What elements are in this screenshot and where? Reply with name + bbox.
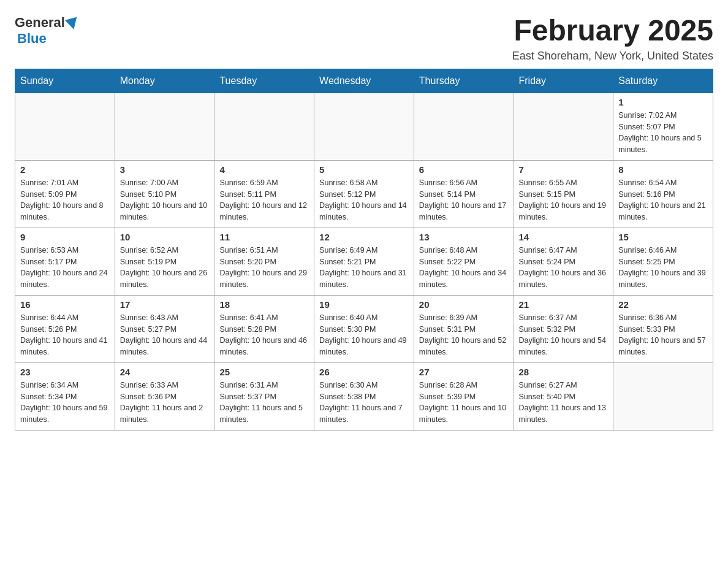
calendar-cell <box>314 93 414 160</box>
day-number: 27 <box>419 367 509 377</box>
calendar-cell: 12Sunrise: 6:49 AMSunset: 5:21 PMDayligh… <box>314 228 414 295</box>
day-number: 20 <box>419 299 509 310</box>
calendar-cell: 27Sunrise: 6:28 AMSunset: 5:39 PMDayligh… <box>414 362 514 430</box>
day-info: Sunrise: 6:37 AMSunset: 5:32 PMDaylight:… <box>519 312 609 358</box>
calendar-cell: 9Sunrise: 6:53 AMSunset: 5:17 PMDaylight… <box>15 228 115 295</box>
day-info: Sunrise: 6:55 AMSunset: 5:15 PMDaylight:… <box>519 177 609 223</box>
calendar-cell <box>15 93 115 160</box>
calendar-cell: 8Sunrise: 6:54 AMSunset: 5:16 PMDaylight… <box>613 160 713 228</box>
logo: General Blue <box>15 15 78 47</box>
calendar-cell: 19Sunrise: 6:40 AMSunset: 5:30 PMDayligh… <box>314 295 414 362</box>
calendar-cell <box>115 93 214 160</box>
day-info: Sunrise: 6:48 AMSunset: 5:22 PMDaylight:… <box>419 245 509 291</box>
calendar-cell: 22Sunrise: 6:36 AMSunset: 5:33 PMDayligh… <box>613 295 713 362</box>
calendar-cell: 5Sunrise: 6:58 AMSunset: 5:12 PMDaylight… <box>314 160 414 228</box>
calendar-cell: 26Sunrise: 6:30 AMSunset: 5:38 PMDayligh… <box>314 362 414 430</box>
calendar-cell: 16Sunrise: 6:44 AMSunset: 5:26 PMDayligh… <box>15 295 115 362</box>
logo-triangle-icon <box>65 17 80 31</box>
day-number: 1 <box>618 97 708 107</box>
day-number: 10 <box>120 232 210 242</box>
calendar-cell: 13Sunrise: 6:48 AMSunset: 5:22 PMDayligh… <box>414 228 514 295</box>
day-number: 21 <box>519 299 609 310</box>
calendar-cell: 1Sunrise: 7:02 AMSunset: 5:07 PMDaylight… <box>613 93 713 160</box>
day-of-week-header: Tuesday <box>214 69 314 93</box>
calendar-table: SundayMondayTuesdayWednesdayThursdayFrid… <box>15 69 713 431</box>
calendar-cell: 3Sunrise: 7:00 AMSunset: 5:10 PMDaylight… <box>115 160 214 228</box>
logo-blue-text: Blue <box>17 31 47 47</box>
day-info: Sunrise: 6:40 AMSunset: 5:30 PMDaylight:… <box>319 312 409 358</box>
day-info: Sunrise: 7:01 AMSunset: 5:09 PMDaylight:… <box>20 177 110 223</box>
day-number: 7 <box>519 164 609 175</box>
day-number: 19 <box>319 299 409 310</box>
calendar-cell: 23Sunrise: 6:34 AMSunset: 5:34 PMDayligh… <box>15 362 115 430</box>
calendar-cell: 21Sunrise: 6:37 AMSunset: 5:32 PMDayligh… <box>514 295 613 362</box>
calendar-week-row: 2Sunrise: 7:01 AMSunset: 5:09 PMDaylight… <box>15 160 713 228</box>
calendar-cell: 18Sunrise: 6:41 AMSunset: 5:28 PMDayligh… <box>214 295 314 362</box>
page-header: General Blue February 2025 East Shoreham… <box>15 15 713 63</box>
day-number: 8 <box>618 164 708 175</box>
calendar-cell: 4Sunrise: 6:59 AMSunset: 5:11 PMDaylight… <box>214 160 314 228</box>
logo-general-text: General <box>15 15 65 31</box>
day-info: Sunrise: 6:47 AMSunset: 5:24 PMDaylight:… <box>519 245 609 291</box>
day-info: Sunrise: 7:00 AMSunset: 5:10 PMDaylight:… <box>120 177 210 223</box>
calendar-cell: 6Sunrise: 6:56 AMSunset: 5:14 PMDaylight… <box>414 160 514 228</box>
day-number: 16 <box>20 299 110 310</box>
day-info: Sunrise: 6:43 AMSunset: 5:27 PMDaylight:… <box>120 312 210 358</box>
day-info: Sunrise: 6:44 AMSunset: 5:26 PMDaylight:… <box>20 312 110 358</box>
calendar-cell: 17Sunrise: 6:43 AMSunset: 5:27 PMDayligh… <box>115 295 214 362</box>
day-number: 5 <box>319 164 409 175</box>
day-number: 15 <box>618 232 708 242</box>
calendar-cell: 14Sunrise: 6:47 AMSunset: 5:24 PMDayligh… <box>514 228 613 295</box>
day-of-week-header: Monday <box>115 69 214 93</box>
day-info: Sunrise: 7:02 AMSunset: 5:07 PMDaylight:… <box>618 110 708 156</box>
calendar-week-row: 1Sunrise: 7:02 AMSunset: 5:07 PMDaylight… <box>15 93 713 160</box>
calendar-cell <box>414 93 514 160</box>
title-section: February 2025 East Shoreham, New York, U… <box>512 15 713 63</box>
day-of-week-header: Sunday <box>15 69 115 93</box>
calendar-cell: 11Sunrise: 6:51 AMSunset: 5:20 PMDayligh… <box>214 228 314 295</box>
calendar-cell: 7Sunrise: 6:55 AMSunset: 5:15 PMDaylight… <box>514 160 613 228</box>
day-info: Sunrise: 6:46 AMSunset: 5:25 PMDaylight:… <box>618 245 708 291</box>
day-number: 11 <box>219 232 309 242</box>
month-title: February 2025 <box>512 15 713 47</box>
day-info: Sunrise: 6:31 AMSunset: 5:37 PMDaylight:… <box>219 380 309 426</box>
calendar-cell: 2Sunrise: 7:01 AMSunset: 5:09 PMDaylight… <box>15 160 115 228</box>
day-number: 6 <box>419 164 509 175</box>
day-info: Sunrise: 6:54 AMSunset: 5:16 PMDaylight:… <box>618 177 708 223</box>
calendar-header-row: SundayMondayTuesdayWednesdayThursdayFrid… <box>15 69 713 93</box>
day-number: 28 <box>519 367 609 377</box>
day-info: Sunrise: 6:28 AMSunset: 5:39 PMDaylight:… <box>419 380 509 426</box>
day-number: 22 <box>618 299 708 310</box>
day-number: 25 <box>219 367 309 377</box>
day-info: Sunrise: 6:51 AMSunset: 5:20 PMDaylight:… <box>219 245 309 291</box>
day-number: 18 <box>219 299 309 310</box>
calendar-cell: 20Sunrise: 6:39 AMSunset: 5:31 PMDayligh… <box>414 295 514 362</box>
day-number: 2 <box>20 164 110 175</box>
day-number: 24 <box>120 367 210 377</box>
day-info: Sunrise: 6:39 AMSunset: 5:31 PMDaylight:… <box>419 312 509 358</box>
calendar-cell: 25Sunrise: 6:31 AMSunset: 5:37 PMDayligh… <box>214 362 314 430</box>
day-info: Sunrise: 6:56 AMSunset: 5:14 PMDaylight:… <box>419 177 509 223</box>
calendar-cell <box>613 362 713 430</box>
day-info: Sunrise: 6:59 AMSunset: 5:11 PMDaylight:… <box>219 177 309 223</box>
day-number: 26 <box>319 367 409 377</box>
day-number: 17 <box>120 299 210 310</box>
day-number: 9 <box>20 232 110 242</box>
location-title: East Shoreham, New York, United States <box>512 50 713 63</box>
day-number: 4 <box>219 164 309 175</box>
calendar-cell: 28Sunrise: 6:27 AMSunset: 5:40 PMDayligh… <box>514 362 613 430</box>
day-info: Sunrise: 6:52 AMSunset: 5:19 PMDaylight:… <box>120 245 210 291</box>
day-info: Sunrise: 6:58 AMSunset: 5:12 PMDaylight:… <box>319 177 409 223</box>
day-of-week-header: Saturday <box>613 69 713 93</box>
day-number: 13 <box>419 232 509 242</box>
day-info: Sunrise: 6:34 AMSunset: 5:34 PMDaylight:… <box>20 380 110 426</box>
calendar-cell <box>214 93 314 160</box>
day-info: Sunrise: 6:33 AMSunset: 5:36 PMDaylight:… <box>120 380 210 426</box>
day-info: Sunrise: 6:27 AMSunset: 5:40 PMDaylight:… <box>519 380 609 426</box>
day-number: 23 <box>20 367 110 377</box>
day-info: Sunrise: 6:53 AMSunset: 5:17 PMDaylight:… <box>20 245 110 291</box>
day-of-week-header: Friday <box>514 69 613 93</box>
day-info: Sunrise: 6:30 AMSunset: 5:38 PMDaylight:… <box>319 380 409 426</box>
day-info: Sunrise: 6:41 AMSunset: 5:28 PMDaylight:… <box>219 312 309 358</box>
day-info: Sunrise: 6:49 AMSunset: 5:21 PMDaylight:… <box>319 245 409 291</box>
